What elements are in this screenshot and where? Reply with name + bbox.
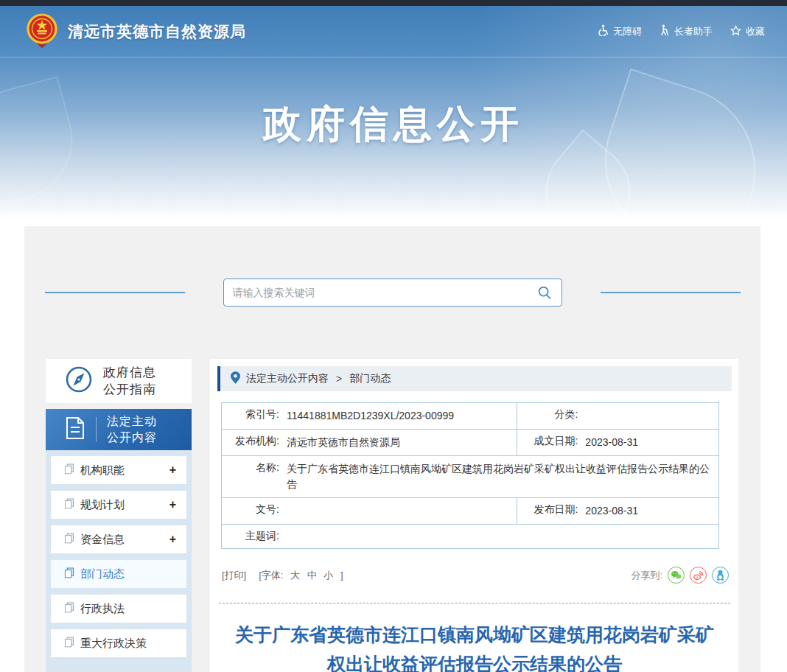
- written-date-value: 2023-08-31: [585, 435, 713, 450]
- article-tools: [打印] [字体: 大 中 小 ] 分享到:: [222, 567, 729, 584]
- doc-copy-icon: [64, 533, 74, 546]
- page-banner: 清远市英德市自然资源局 无障碍: [0, 0, 787, 226]
- table-row: 主题词:: [222, 525, 719, 549]
- qq-share-icon[interactable]: [712, 567, 729, 584]
- search-input[interactable]: [233, 287, 536, 298]
- decorative-line-left: [45, 292, 185, 293]
- star-icon: [730, 25, 741, 38]
- breadcrumb-section[interactable]: 法定主动公开内容: [246, 372, 329, 385]
- share-label: 分享到:: [631, 569, 662, 582]
- divider: [96, 417, 97, 442]
- site-header: 清远市英德市自然资源局 无障碍: [0, 6, 787, 57]
- table-row: 索引号: 11441881MB2D1239XL/2023-00999 分类:: [222, 403, 719, 430]
- main-panel: 法定主动公开内容 > 部门动态 索引号: 11441881MB2D1239XL/…: [210, 359, 738, 672]
- dashed-divider: [219, 603, 730, 603]
- doc-copy-icon: [64, 637, 74, 650]
- font-size-controls: [字体: 大 中 小 ]: [256, 569, 345, 582]
- header-links: 无障碍 长者助手 收藏: [598, 24, 765, 38]
- national-emblem-icon: [25, 13, 59, 51]
- doc-copy-icon: [64, 602, 74, 615]
- elder-icon: [660, 24, 670, 38]
- doc-copy-icon: [64, 463, 74, 477]
- search-icon[interactable]: [536, 284, 553, 301]
- sidebar-item-funding-info[interactable]: 资金信息 +: [51, 525, 186, 553]
- keywords-label: 主题词:: [222, 530, 287, 543]
- favorite-link[interactable]: 收藏: [730, 25, 765, 38]
- font-size-label: [字体:: [259, 570, 283, 581]
- content-row: 政府信息 公开指南 法定主动 公开内容: [24, 359, 760, 672]
- decorative-line-right: [601, 292, 741, 293]
- print-button[interactable]: [打印]: [222, 569, 246, 582]
- sidebar-item-guide[interactable]: 政府信息 公开指南: [46, 359, 192, 403]
- index-no-value: 11441881MB2D1239XL/2023-00999: [287, 408, 511, 424]
- share-bar: 分享到:: [631, 567, 729, 584]
- sidebar-item-department-news[interactable]: 部门动态: [51, 560, 186, 588]
- name-value: 关于广东省英德市连江口镇南风坳矿区建筑用花岗岩矿采矿权出让收益评估报告公示结果的…: [287, 461, 713, 492]
- weibo-share-icon[interactable]: [690, 567, 707, 584]
- doc-no-label: 文号:: [222, 503, 287, 517]
- location-pin-icon: [231, 371, 240, 386]
- category-value: [585, 408, 713, 421]
- search-box: [223, 279, 562, 307]
- publish-date-label: 发布日期:: [517, 503, 585, 519]
- sidebar-item-major-decisions[interactable]: 重大行政决策: [51, 629, 186, 657]
- wechat-share-icon[interactable]: [668, 567, 685, 584]
- elder-assistant-link[interactable]: 长者助手: [660, 24, 713, 38]
- banner-title: 政府信息公开: [0, 57, 787, 150]
- site-title: 清远市英德市自然资源局: [68, 21, 246, 42]
- keywords-value: [287, 530, 713, 543]
- doc-copy-icon: [64, 498, 74, 511]
- font-size-large-button[interactable]: 大: [290, 570, 300, 581]
- index-no-label: 索引号:: [222, 408, 287, 424]
- content-wrapper: 政府信息 公开指南 法定主动 公开内容: [24, 226, 760, 672]
- publisher-value: 清远市英德市自然资源局: [287, 435, 511, 450]
- font-size-medium-button[interactable]: 中: [307, 570, 317, 581]
- article-title: 关于广东省英德市连江口镇南风坳矿区建筑用花岗岩矿采矿权出让收益评估报告公示结果的…: [231, 620, 718, 672]
- publish-date-value: 2023-08-31: [585, 503, 713, 519]
- expand-plus-icon[interactable]: +: [169, 463, 176, 477]
- breadcrumb: 法定主动公开内容 > 部门动态: [217, 366, 732, 391]
- font-size-small-button[interactable]: 小: [323, 570, 333, 581]
- breadcrumb-current[interactable]: 部门动态: [349, 372, 391, 385]
- top-strip: [0, 0, 787, 6]
- sidebar-item-statutory-label: 法定主动 公开内容: [107, 413, 157, 446]
- accessibility-icon: [598, 24, 609, 38]
- sidebar-menu: 机构职能 + 规划计划 + 资金信息 +: [46, 450, 192, 672]
- sidebar-item-guide-label: 政府信息 公开指南: [103, 364, 156, 398]
- doc-no-value: [287, 503, 511, 517]
- accessibility-link[interactable]: 无障碍: [598, 24, 642, 38]
- table-row: 名称: 关于广东省英德市连江口镇南风坳矿区建筑用花岗岩矿采矿权出让收益评估报告公…: [222, 456, 719, 498]
- breadcrumb-separator: >: [336, 373, 342, 385]
- document-icon: [65, 416, 85, 443]
- expand-plus-icon[interactable]: +: [169, 498, 176, 511]
- search-section: [24, 226, 760, 359]
- font-size-label-close: ]: [340, 570, 343, 581]
- written-date-label: 成文日期:: [517, 435, 585, 450]
- sidebar-item-agency-functions[interactable]: 机构职能 +: [51, 456, 186, 484]
- document-meta-table: 索引号: 11441881MB2D1239XL/2023-00999 分类:: [221, 402, 719, 549]
- doc-copy-icon: [64, 567, 74, 581]
- expand-plus-icon[interactable]: +: [169, 533, 176, 546]
- sidebar-item-law-enforcement[interactable]: 行政执法: [51, 595, 186, 623]
- site-brand[interactable]: 清远市英德市自然资源局: [25, 13, 246, 51]
- sidebar-item-planning[interactable]: 规划计划 +: [51, 491, 186, 519]
- table-row: 文号: 发布日期: 2023-08-31: [222, 498, 719, 525]
- category-label: 分类:: [517, 408, 585, 421]
- compass-icon: [65, 365, 93, 396]
- table-row: 发布机构: 清远市英德市自然资源局 成文日期: 2023-08-31: [222, 430, 719, 456]
- sidebar: 政府信息 公开指南 法定主动 公开内容: [46, 359, 192, 672]
- publisher-label: 发布机构:: [222, 435, 287, 450]
- name-label: 名称:: [222, 461, 287, 492]
- sidebar-item-statutory-disclosure[interactable]: 法定主动 公开内容: [46, 409, 192, 450]
